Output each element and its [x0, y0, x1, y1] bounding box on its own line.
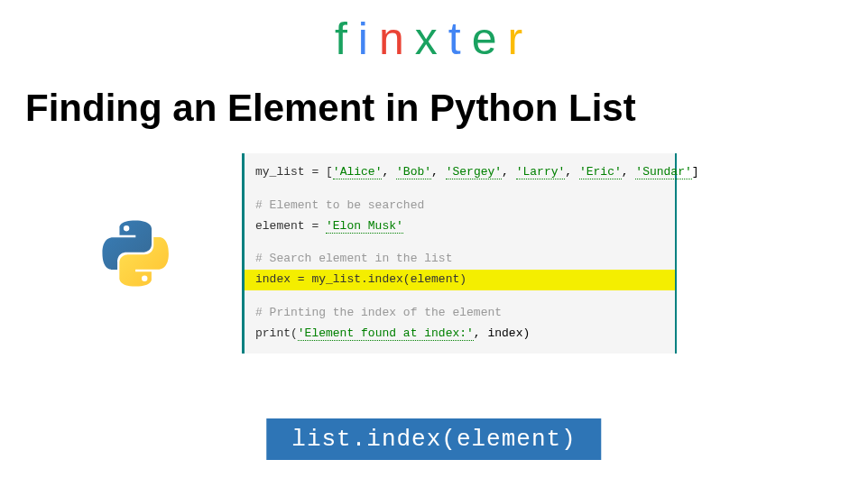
code-comment-2: # Search element in the list [245, 249, 675, 270]
logo-letter-e: e [472, 13, 508, 65]
brand-logo: finxter [0, 0, 868, 65]
code-line-2: element = 'Elon Musk' [245, 216, 675, 237]
method-signature-box: list.index(element) [266, 418, 601, 460]
logo-letter-r: r [507, 13, 533, 65]
page-title: Finding an Element in Python List [0, 65, 868, 130]
python-icon [101, 219, 170, 288]
logo-letter-x: x [415, 13, 448, 65]
code-block: my_list = ['Alice', 'Bob', 'Sergey', 'La… [242, 153, 677, 354]
code-line-4: print('Element found at index:', index) [245, 324, 675, 345]
code-line-highlighted: index = my_list.index(element) [245, 270, 675, 290]
logo-letter-i: i [358, 13, 379, 65]
content-row: my_list = ['Alice', 'Bob', 'Sergey', 'La… [0, 153, 868, 354]
code-line-1: my_list = ['Alice', 'Bob', 'Sergey', 'La… [245, 162, 675, 183]
logo-letter-n: n [379, 13, 415, 65]
logo-letter-t: t [448, 13, 472, 65]
code-comment-1: # Element to be searched [245, 196, 675, 216]
code-comment-3: # Printing the index of the element [245, 303, 675, 324]
logo-letter-f: f [335, 13, 358, 65]
